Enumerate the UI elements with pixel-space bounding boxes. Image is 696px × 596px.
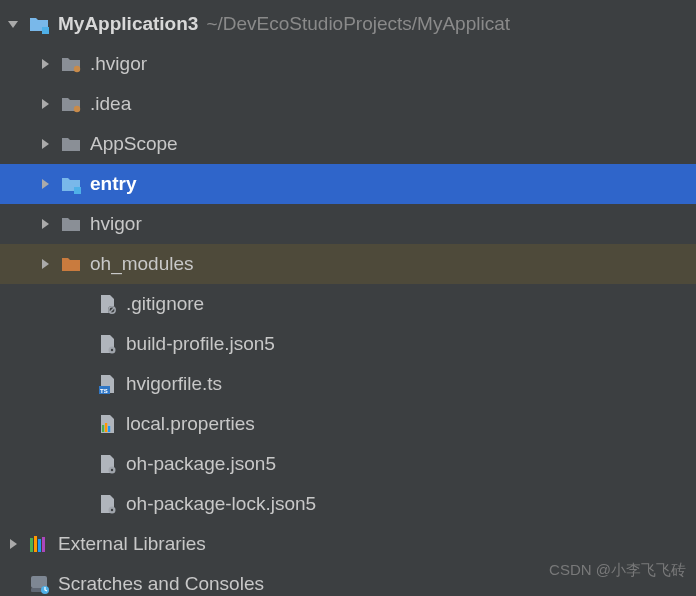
module-icon (28, 13, 50, 35)
tree-item-label: .idea (90, 93, 131, 115)
tree-item-label: .gitignore (126, 293, 204, 315)
watermark-text: CSDN @小李飞飞砖 (549, 561, 686, 580)
tree-item-label: build-profile.json5 (126, 333, 275, 355)
tree-item-label: oh_modules (90, 253, 194, 275)
tree-file-oh-package-lock[interactable]: oh-package-lock.json5 (0, 484, 696, 524)
folder-dot-icon (60, 93, 82, 115)
tree-file-gitignore[interactable]: .gitignore (0, 284, 696, 324)
tree-item-label: hvigor (90, 213, 142, 235)
json-gear-icon (96, 453, 118, 475)
json-gear-icon (96, 493, 118, 515)
folder-icon (60, 133, 82, 155)
chevron-right-icon[interactable] (36, 135, 54, 153)
tree-folder-appscope[interactable]: AppScope (0, 124, 696, 164)
tree-folder-oh-modules[interactable]: oh_modules (0, 244, 696, 284)
tree-item-label: Scratches and Consoles (58, 573, 264, 595)
ts-file-icon (96, 373, 118, 395)
external-libs-icon (28, 533, 50, 555)
tree-folder-hvigor-dot[interactable]: .hvigor (0, 44, 696, 84)
tree-item-label: hvigorfile.ts (126, 373, 222, 395)
chevron-right-icon[interactable] (36, 175, 54, 193)
folder-icon (60, 213, 82, 235)
tree-file-build-profile[interactable]: build-profile.json5 (0, 324, 696, 364)
tree-folder-hvigor[interactable]: hvigor (0, 204, 696, 244)
chevron-down-icon[interactable] (4, 15, 22, 33)
tree-file-oh-package[interactable]: oh-package.json5 (0, 444, 696, 484)
tree-folder-idea[interactable]: .idea (0, 84, 696, 124)
chevron-right-icon[interactable] (36, 55, 54, 73)
json-gear-icon (96, 333, 118, 355)
tree-item-label: AppScope (90, 133, 178, 155)
project-path: ~/DevEcoStudioProjects/MyApplicat (206, 13, 510, 35)
project-root-row[interactable]: MyApplication3 ~/DevEcoStudioProjects/My… (0, 4, 696, 44)
chevron-right-icon[interactable] (4, 535, 22, 553)
tree-item-label: oh-package.json5 (126, 453, 276, 475)
file-ignore-icon (96, 293, 118, 315)
project-name: MyApplication3 (58, 13, 198, 35)
properties-icon (96, 413, 118, 435)
chevron-right-icon[interactable] (36, 95, 54, 113)
chevron-right-icon[interactable] (36, 215, 54, 233)
tree-file-local-properties[interactable]: local.properties (0, 404, 696, 444)
chevron-right-icon[interactable] (36, 255, 54, 273)
tree-file-hvigorfile[interactable]: hvigorfile.ts (0, 364, 696, 404)
tree-item-label: entry (90, 173, 136, 195)
tree-item-label: .hvigor (90, 53, 147, 75)
external-libraries-row[interactable]: External Libraries (0, 524, 696, 564)
library-folder-icon (60, 253, 82, 275)
tree-item-label: local.properties (126, 413, 255, 435)
scratches-icon (28, 573, 50, 595)
tree-item-label: External Libraries (58, 533, 206, 555)
folder-dot-icon (60, 53, 82, 75)
tree-item-label: oh-package-lock.json5 (126, 493, 316, 515)
tree-module-entry[interactable]: entry (0, 164, 696, 204)
project-tree[interactable]: MyApplication3 ~/DevEcoStudioProjects/My… (0, 0, 696, 596)
module-icon (60, 173, 82, 195)
